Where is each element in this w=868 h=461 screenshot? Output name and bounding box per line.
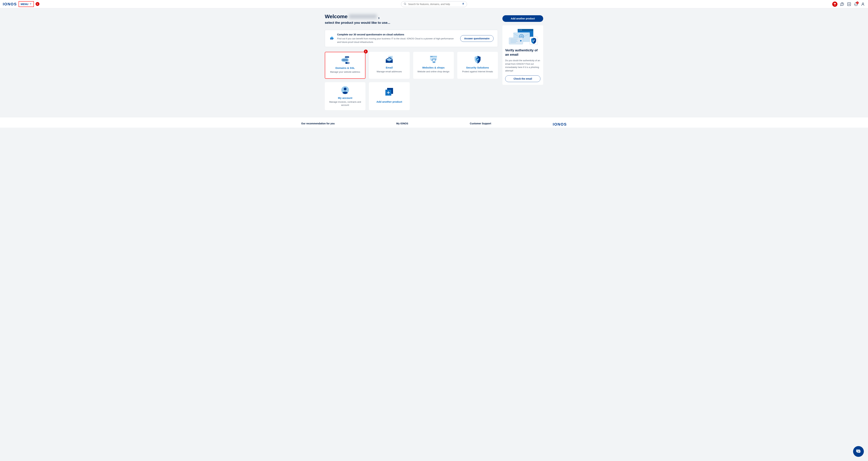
svg-point-8 — [862, 3, 864, 4]
svg-point-13 — [347, 57, 347, 57]
annotation-2-badge: 2. — [364, 50, 368, 54]
tile-websites-shops[interactable]: Websites & shops Website and online shop… — [413, 52, 454, 79]
chevron-down-icon — [29, 3, 32, 5]
svg-point-37 — [519, 30, 519, 30]
help-icon[interactable] — [840, 2, 844, 6]
promo-body: Do you doubt the authenticity of an emai… — [505, 59, 540, 72]
tile-desc: Manage your website address — [330, 70, 360, 73]
search-icon — [404, 2, 406, 6]
tile-title: Websites & shops — [422, 66, 444, 69]
svg-point-27 — [434, 62, 435, 63]
svg-point-48 — [520, 40, 522, 41]
tile-desc: Website and online shop design — [417, 70, 450, 73]
add-product-icon — [385, 88, 393, 96]
search-input[interactable] — [408, 3, 460, 5]
tile-domains-ssl[interactable]: WWW Domains & SSL Manage your website ad… — [325, 52, 365, 79]
cloud-icon — [329, 36, 334, 41]
welcome-subtitle: select the product you would like to use… — [325, 21, 390, 25]
svg-point-28 — [476, 58, 479, 61]
svg-line-1 — [406, 4, 406, 5]
svg-point-26 — [433, 62, 434, 63]
svg-point-10 — [332, 38, 333, 39]
tile-title: My account — [338, 96, 352, 99]
footer-logo: IONOS — [553, 122, 567, 127]
cloud-banner: Complete our 30 second questionnaire on … — [325, 30, 498, 47]
tile-title: Email — [386, 66, 393, 69]
tile-desc: Manage email addresses — [377, 70, 402, 73]
tile-title: Add another product — [376, 100, 402, 103]
promo-illustration: @ — [505, 28, 540, 45]
tile-add-product[interactable]: Add another product — [369, 82, 409, 110]
search-bar[interactable] — [401, 1, 467, 7]
websites-icon — [429, 55, 438, 64]
gift-count: 3 — [834, 4, 835, 6]
tile-my-account[interactable]: My account Manage invoices, contracts an… — [325, 82, 365, 110]
svg-point-0 — [404, 3, 406, 4]
svg-point-25 — [432, 56, 432, 57]
svg-point-9 — [330, 38, 332, 39]
top-header: IONOS MENU 1. 3 4 — [0, 0, 868, 8]
gift-icon[interactable]: 3 — [832, 2, 837, 7]
tile-desc: Protect against Internet threats — [462, 70, 493, 73]
banner-title: Complete our 30 second questionnaire on … — [337, 33, 457, 36]
notification-count: 4 — [856, 2, 859, 4]
footer-col-support: Customer Support — [470, 122, 491, 125]
svg-text:WWW: WWW — [342, 59, 348, 61]
menu-label: MENU — [21, 3, 28, 5]
page-footer: Our recommendation for you My IONOS Cust… — [0, 117, 868, 128]
welcome-prefix: Welcome — [325, 13, 347, 20]
bell-icon[interactable]: 4 — [854, 2, 858, 6]
annotation-1-badge: 1. — [36, 2, 39, 6]
svg-point-39 — [521, 30, 522, 30]
svg-text:@: @ — [520, 35, 523, 38]
tile-security[interactable]: Security Solutions Protect against Inter… — [457, 52, 498, 79]
tile-email[interactable]: @ Email Manage email addresses — [369, 52, 409, 79]
svg-point-24 — [431, 56, 432, 57]
footer-col-recommendation: Our recommendation for you — [301, 122, 335, 125]
welcome-heading: Welcome , — [325, 13, 390, 20]
add-another-product-button[interactable]: Add another product — [502, 15, 543, 22]
promo-title: Verify authenticity of an email — [505, 48, 540, 57]
security-icon — [474, 55, 481, 64]
domains-icon: WWW — [340, 56, 350, 64]
microphone-icon[interactable] — [462, 2, 464, 6]
email-icon: @ — [385, 55, 394, 64]
menu-button[interactable]: MENU — [19, 1, 34, 7]
user-name-blurred — [349, 14, 377, 19]
profile-icon[interactable] — [861, 2, 865, 6]
svg-point-12 — [346, 57, 346, 57]
svg-point-38 — [520, 30, 521, 30]
answer-questionnaire-button[interactable]: Answer questionnaire — [460, 35, 494, 42]
promo-card-verify-email: @ Verify authenticity of an email Do you… — [502, 25, 543, 85]
tile-title: Domains & SSL — [335, 66, 355, 69]
check-email-button[interactable]: Check the email — [505, 75, 540, 82]
tile-desc: Manage invoices, contracts and account — [327, 100, 363, 107]
footer-col-myionos: My IONOS — [396, 122, 408, 125]
svg-point-23 — [431, 56, 431, 57]
add-icon[interactable] — [847, 2, 851, 6]
svg-rect-18 — [347, 63, 349, 63]
main-content: Welcome , select the product you would l… — [322, 8, 546, 117]
tile-title: Security Solutions — [466, 66, 489, 69]
svg-point-14 — [348, 57, 348, 57]
banner-body: Find out if you can benefit from moving … — [337, 37, 457, 44]
welcome-suffix: , — [378, 13, 379, 20]
svg-point-4 — [842, 4, 842, 5]
ionos-logo[interactable]: IONOS — [3, 2, 17, 6]
account-icon — [341, 86, 349, 94]
svg-point-30 — [344, 88, 346, 90]
